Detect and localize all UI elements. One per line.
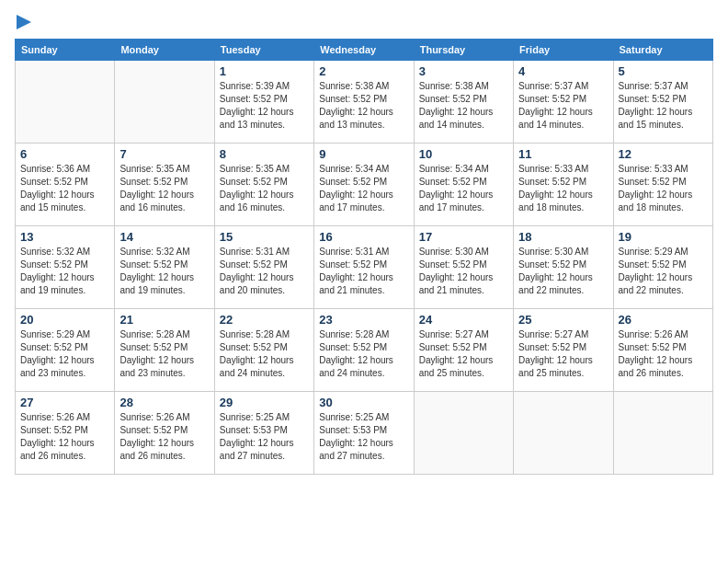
calendar-cell: 5Sunrise: 5:37 AMSunset: 5:52 PMDaylight… — [613, 61, 712, 144]
cell-day-number: 16 — [319, 230, 408, 244]
header — [15, 15, 713, 29]
calendar-cell: 22Sunrise: 5:28 AMSunset: 5:52 PMDayligh… — [214, 309, 313, 392]
cell-day-number: 7 — [119, 147, 209, 161]
cell-day-number: 2 — [319, 64, 408, 78]
cell-day-number: 27 — [20, 396, 109, 409]
cell-day-number: 18 — [518, 230, 608, 244]
calendar-cell: 29Sunrise: 5:25 AMSunset: 5:53 PMDayligh… — [214, 392, 313, 475]
calendar-header-cell: Thursday — [414, 40, 513, 61]
cell-info: Sunrise: 5:32 AMSunset: 5:52 PMDaylight:… — [119, 246, 209, 297]
cell-day-number: 25 — [518, 313, 608, 327]
calendar-cell: 10Sunrise: 5:34 AMSunset: 5:52 PMDayligh… — [414, 144, 513, 226]
calendar-cell: 15Sunrise: 5:31 AMSunset: 5:52 PMDayligh… — [214, 226, 313, 309]
cell-info: Sunrise: 5:37 AMSunset: 5:52 PMDaylight:… — [619, 80, 708, 132]
calendar-cell: 20Sunrise: 5:29 AMSunset: 5:52 PMDayligh… — [16, 309, 115, 392]
calendar-cell — [16, 61, 115, 144]
calendar-header-cell: Saturday — [613, 40, 712, 61]
calendar-header-cell: Friday — [514, 40, 613, 61]
cell-info: Sunrise: 5:38 AMSunset: 5:52 PMDaylight:… — [419, 80, 508, 132]
cell-day-number: 24 — [419, 313, 508, 327]
cell-day-number: 8 — [220, 147, 309, 161]
cell-day-number: 26 — [619, 313, 708, 327]
cell-day-number: 29 — [220, 396, 309, 409]
calendar-week-row: 13Sunrise: 5:32 AMSunset: 5:52 PMDayligh… — [16, 226, 713, 309]
calendar-cell: 2Sunrise: 5:38 AMSunset: 5:52 PMDaylight… — [314, 61, 414, 144]
calendar-header-cell: Tuesday — [214, 40, 313, 61]
calendar-cell: 16Sunrise: 5:31 AMSunset: 5:52 PMDayligh… — [314, 226, 414, 309]
calendar-cell: 25Sunrise: 5:27 AMSunset: 5:52 PMDayligh… — [514, 309, 613, 392]
calendar-cell: 1Sunrise: 5:39 AMSunset: 5:52 PMDaylight… — [214, 61, 313, 144]
cell-info: Sunrise: 5:28 AMSunset: 5:52 PMDaylight:… — [119, 328, 209, 380]
calendar-cell: 8Sunrise: 5:35 AMSunset: 5:52 PMDaylight… — [214, 144, 313, 226]
cell-day-number: 5 — [619, 64, 708, 78]
calendar-cell: 19Sunrise: 5:29 AMSunset: 5:52 PMDayligh… — [613, 226, 712, 309]
cell-info: Sunrise: 5:29 AMSunset: 5:52 PMDaylight:… — [20, 328, 109, 380]
cell-info: Sunrise: 5:26 AMSunset: 5:52 PMDaylight:… — [619, 328, 708, 380]
calendar-cell: 27Sunrise: 5:26 AMSunset: 5:52 PMDayligh… — [16, 392, 115, 475]
cell-day-number: 15 — [220, 230, 309, 244]
cell-day-number: 20 — [20, 313, 109, 327]
calendar-cell: 30Sunrise: 5:25 AMSunset: 5:53 PMDayligh… — [314, 392, 414, 475]
cell-info: Sunrise: 5:35 AMSunset: 5:52 PMDaylight:… — [119, 163, 209, 214]
cell-day-number: 11 — [518, 147, 608, 161]
calendar-cell: 24Sunrise: 5:27 AMSunset: 5:52 PMDayligh… — [414, 309, 513, 392]
cell-info: Sunrise: 5:30 AMSunset: 5:52 PMDaylight:… — [518, 246, 608, 297]
cell-day-number: 28 — [119, 396, 209, 409]
calendar-week-row: 27Sunrise: 5:26 AMSunset: 5:52 PMDayligh… — [16, 392, 713, 475]
calendar-week-row: 1Sunrise: 5:39 AMSunset: 5:52 PMDaylight… — [16, 61, 713, 144]
cell-info: Sunrise: 5:34 AMSunset: 5:52 PMDaylight:… — [419, 163, 508, 214]
calendar-cell — [414, 392, 513, 475]
calendar-week-row: 20Sunrise: 5:29 AMSunset: 5:52 PMDayligh… — [16, 309, 713, 392]
calendar-body: 1Sunrise: 5:39 AMSunset: 5:52 PMDaylight… — [16, 61, 713, 475]
cell-day-number: 30 — [319, 396, 408, 409]
cell-info: Sunrise: 5:27 AMSunset: 5:52 PMDaylight:… — [419, 328, 508, 380]
cell-info: Sunrise: 5:29 AMSunset: 5:52 PMDaylight:… — [619, 246, 708, 297]
calendar-cell — [115, 61, 214, 144]
calendar-cell: 3Sunrise: 5:38 AMSunset: 5:52 PMDaylight… — [414, 61, 513, 144]
cell-day-number: 21 — [119, 313, 209, 327]
calendar-cell: 28Sunrise: 5:26 AMSunset: 5:52 PMDayligh… — [115, 392, 214, 475]
cell-info: Sunrise: 5:34 AMSunset: 5:52 PMDaylight:… — [319, 163, 408, 214]
cell-info: Sunrise: 5:31 AMSunset: 5:52 PMDaylight:… — [319, 246, 408, 297]
calendar-cell: 17Sunrise: 5:30 AMSunset: 5:52 PMDayligh… — [414, 226, 513, 309]
calendar-cell — [514, 392, 613, 475]
cell-info: Sunrise: 5:28 AMSunset: 5:52 PMDaylight:… — [220, 328, 309, 380]
cell-info: Sunrise: 5:38 AMSunset: 5:52 PMDaylight:… — [319, 80, 408, 132]
cell-info: Sunrise: 5:25 AMSunset: 5:53 PMDaylight:… — [220, 411, 309, 463]
cell-info: Sunrise: 5:32 AMSunset: 5:52 PMDaylight:… — [20, 246, 109, 297]
calendar-cell — [613, 392, 712, 475]
logo — [15, 15, 31, 29]
calendar-cell: 9Sunrise: 5:34 AMSunset: 5:52 PMDaylight… — [314, 144, 414, 226]
calendar-cell: 14Sunrise: 5:32 AMSunset: 5:52 PMDayligh… — [115, 226, 214, 309]
calendar: SundayMondayTuesdayWednesdayThursdayFrid… — [15, 39, 713, 475]
cell-day-number: 10 — [419, 147, 508, 161]
cell-day-number: 3 — [419, 64, 508, 78]
calendar-header-cell: Sunday — [16, 40, 115, 61]
cell-info: Sunrise: 5:33 AMSunset: 5:52 PMDaylight:… — [619, 163, 708, 214]
cell-info: Sunrise: 5:27 AMSunset: 5:52 PMDaylight:… — [518, 328, 608, 380]
calendar-cell: 11Sunrise: 5:33 AMSunset: 5:52 PMDayligh… — [514, 144, 613, 226]
cell-day-number: 1 — [220, 64, 309, 78]
cell-info: Sunrise: 5:37 AMSunset: 5:52 PMDaylight:… — [518, 80, 608, 132]
cell-day-number: 22 — [220, 313, 309, 327]
logo-arrow-icon — [17, 15, 31, 29]
calendar-cell: 7Sunrise: 5:35 AMSunset: 5:52 PMDaylight… — [115, 144, 214, 226]
calendar-header-cell: Monday — [115, 40, 214, 61]
calendar-header-cell: Wednesday — [314, 40, 414, 61]
calendar-cell: 23Sunrise: 5:28 AMSunset: 5:52 PMDayligh… — [314, 309, 414, 392]
cell-info: Sunrise: 5:26 AMSunset: 5:52 PMDaylight:… — [119, 411, 209, 463]
cell-day-number: 17 — [419, 230, 508, 244]
cell-day-number: 13 — [20, 230, 109, 244]
cell-info: Sunrise: 5:39 AMSunset: 5:52 PMDaylight:… — [220, 80, 309, 132]
calendar-cell: 6Sunrise: 5:36 AMSunset: 5:52 PMDaylight… — [16, 144, 115, 226]
cell-day-number: 14 — [119, 230, 209, 244]
calendar-cell: 18Sunrise: 5:30 AMSunset: 5:52 PMDayligh… — [514, 226, 613, 309]
calendar-header-row: SundayMondayTuesdayWednesdayThursdayFrid… — [16, 40, 713, 61]
cell-info: Sunrise: 5:36 AMSunset: 5:52 PMDaylight:… — [20, 163, 109, 214]
cell-day-number: 12 — [619, 147, 708, 161]
cell-info: Sunrise: 5:30 AMSunset: 5:52 PMDaylight:… — [419, 246, 508, 297]
cell-day-number: 4 — [518, 64, 608, 78]
cell-day-number: 23 — [319, 313, 408, 327]
calendar-cell: 4Sunrise: 5:37 AMSunset: 5:52 PMDaylight… — [514, 61, 613, 144]
calendar-week-row: 6Sunrise: 5:36 AMSunset: 5:52 PMDaylight… — [16, 144, 713, 226]
